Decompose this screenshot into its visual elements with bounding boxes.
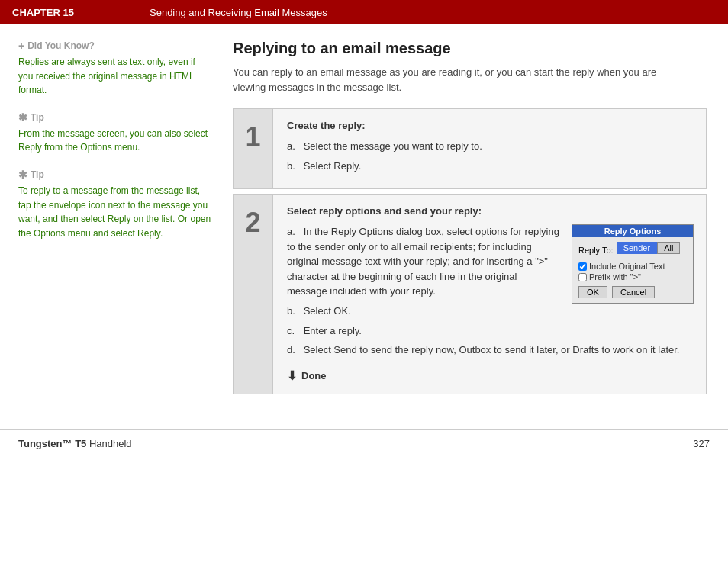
sidebar-did-you-know: + Did You Know? Replies are always sent … (18, 40, 211, 98)
include-original-text-row: Include Original Text (578, 262, 687, 271)
step-2-item-d-letter: d. (287, 343, 301, 358)
sidebar-tip-2-heading: ✱ Tip (18, 169, 211, 181)
step-2-content: Select reply options and send your reply… (273, 195, 706, 394)
header-bar: CHAPTER 15 Sending and Receiving Email M… (0, 0, 728, 24)
sidebar: + Did You Know? Replies are always sent … (0, 40, 225, 399)
step-2-number: 2 (234, 195, 273, 394)
step-1-number: 1 (234, 109, 273, 188)
sidebar-did-you-know-heading: + Did You Know? (18, 40, 211, 52)
done-row: ⬇ Done (287, 368, 694, 383)
sidebar-tip-1: ✱ Tip From the message screen, you can a… (18, 111, 211, 155)
step-2-item-a: a. In the Reply Options dialog box, sele… (287, 224, 559, 299)
dialog-tab-group[interactable]: Sender All (617, 242, 681, 254)
step-1-label: Create the reply: (287, 120, 694, 131)
sidebar-tip-2-text: To reply to a message from the message l… (18, 184, 211, 240)
step-2-text-col: a. In the Reply Options dialog box, sele… (287, 224, 559, 304)
sender-tab[interactable]: Sender (617, 242, 657, 254)
step-2-item-d-text: Select Send to send the reply now, Outbo… (304, 344, 680, 355)
step-2-inner: a. In the Reply Options dialog box, sele… (287, 224, 694, 304)
sidebar-tip-2: ✱ Tip To reply to a message from the mes… (18, 169, 211, 240)
asterisk-icon-2: ✱ (18, 169, 27, 181)
step-2-item-b: b. Select OK. (287, 304, 694, 319)
dialog-body: Reply To: Sender All Include Original Te… (572, 237, 693, 303)
content-area: Replying to an email message You can rep… (225, 40, 728, 399)
step-1-item-b-text: Select Reply. (304, 160, 362, 172)
step-2-item-a-letter: a. (287, 224, 301, 240)
dialog-cancel-button[interactable]: Cancel (612, 286, 655, 298)
step-2-item-a-text: In the Reply Options dialog box, select … (287, 226, 559, 297)
sidebar-did-you-know-label: Did You Know? (27, 40, 95, 51)
main-layout: + Did You Know? Replies are always sent … (0, 24, 728, 414)
dialog-ok-button[interactable]: OK (578, 286, 607, 298)
footer-bar: Tungsten™ T5 Handheld 327 (0, 429, 728, 457)
section-intro: You can reply to an email message as you… (233, 65, 675, 95)
dialog-title-bar: Reply Options (572, 225, 693, 237)
asterisk-icon-1: ✱ (18, 111, 27, 124)
step-2-item-b-letter: b. (287, 304, 301, 319)
prefix-with-row: Prefix with ">" (578, 272, 687, 282)
chapter-label: CHAPTER 15 (12, 7, 150, 18)
prefix-with-label: Prefix with ">" (589, 272, 641, 282)
page-title: Replying to an email message (233, 40, 707, 57)
footer-brand-suffix: Handheld (89, 438, 132, 449)
step-1-item-a-letter: a. (287, 139, 301, 154)
footer-page-number: 327 (693, 438, 710, 449)
step-2-label: Select reply options and send your reply… (287, 205, 694, 217)
step-1-box: 1 Create the reply: a. Select the messag… (233, 108, 707, 189)
done-label: Done (301, 370, 327, 381)
dialog-buttons: OK Cancel (578, 286, 687, 298)
all-tab[interactable]: All (657, 242, 680, 254)
sidebar-tip-1-heading: ✱ Tip (18, 111, 211, 124)
footer-brand: Tungsten™ T5 Handheld (18, 438, 132, 449)
step-2-box: 2 Select reply options and send your rep… (233, 194, 707, 394)
include-original-checkbox[interactable] (578, 262, 587, 271)
step-2-item-d: d. Select Send to send the reply now, Ou… (287, 343, 694, 358)
prefix-with-checkbox[interactable] (578, 273, 587, 282)
sidebar-tip-1-text: From the message screen, you can also se… (18, 127, 211, 155)
plus-icon: + (18, 40, 24, 52)
dialog-reply-to-label: Reply To: (578, 246, 614, 255)
done-icon: ⬇ (287, 368, 297, 383)
step-1-item-b-letter: b. (287, 159, 301, 174)
step-1-content: Create the reply: a. Select the message … (273, 109, 706, 188)
sidebar-tip-1-label: Tip (31, 112, 44, 123)
step-2-item-b-text: Select OK. (304, 305, 351, 317)
include-original-label: Include Original Text (589, 262, 665, 271)
footer-brand-name: Tungsten™ T5 (18, 438, 86, 449)
step-2-item-c-text: Enter a reply. (304, 325, 362, 336)
sidebar-tip-2-label: Tip (31, 169, 44, 180)
reply-options-dialog: Reply Options Reply To: Sender All (572, 224, 694, 304)
step-2-item-c: c. Enter a reply. (287, 323, 694, 339)
sidebar-did-you-know-text: Replies are always sent as text only, ev… (18, 55, 211, 98)
step-1-item-a: a. Select the message you want to reply … (287, 139, 694, 154)
step-1-item-a-text: Select the message you want to reply to. (304, 140, 482, 152)
step-1-item-b: b. Select Reply. (287, 159, 694, 174)
header-title: Sending and Receiving Email Messages (150, 7, 327, 18)
dialog-reply-to-row: Reply To: Sender All (578, 242, 687, 258)
step-2-item-c-letter: c. (287, 323, 301, 339)
